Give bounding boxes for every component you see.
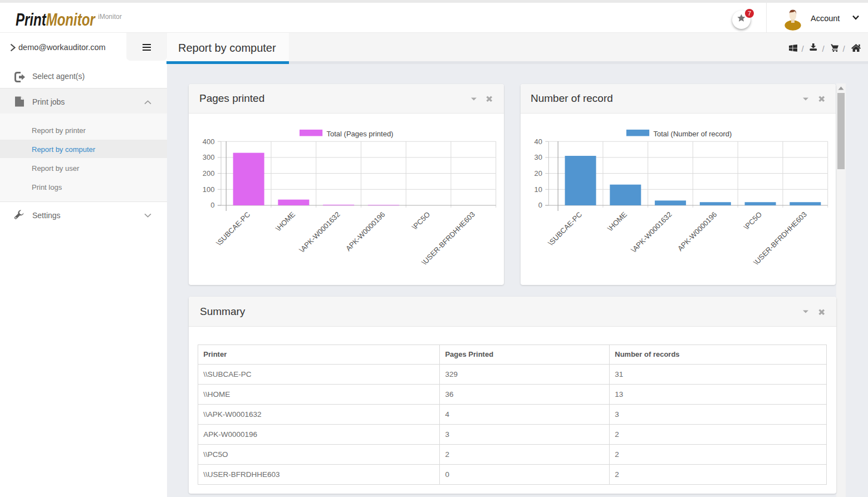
- svg-text:\APK-W0001632: \APK-W0001632: [630, 210, 674, 254]
- svg-text:\HOME: \HOME: [274, 210, 297, 233]
- svg-text:40: 40: [534, 137, 542, 145]
- svg-text:\APK-W0001632: \APK-W0001632: [298, 210, 342, 254]
- svg-text:Total (Number of record): Total (Number of record): [654, 129, 732, 137]
- svg-text:0: 0: [538, 201, 542, 209]
- svg-text:400: 400: [203, 137, 215, 145]
- svg-text:Total (Pages printed): Total (Pages printed): [327, 129, 394, 137]
- svg-text:\HOME: \HOME: [606, 210, 629, 233]
- svg-text:0: 0: [210, 201, 214, 209]
- svg-text:100: 100: [203, 185, 215, 193]
- svg-text:20: 20: [534, 169, 542, 178]
- svg-text:APK-W0000196: APK-W0000196: [676, 210, 719, 253]
- svg-text:\SUBCAE-PC: \SUBCAE-PC: [214, 210, 252, 247]
- svg-text:\PC5O: \PC5O: [410, 210, 431, 231]
- svg-text:\SUBCAE-PC: \SUBCAE-PC: [546, 210, 583, 247]
- svg-text:300: 300: [203, 153, 215, 161]
- svg-text:10: 10: [534, 185, 542, 193]
- svg-text:APK-W0000196: APK-W0000196: [344, 210, 387, 253]
- svg-text:\PC5O: \PC5O: [742, 210, 763, 231]
- svg-text:30: 30: [534, 153, 542, 161]
- svg-text:200: 200: [203, 169, 215, 178]
